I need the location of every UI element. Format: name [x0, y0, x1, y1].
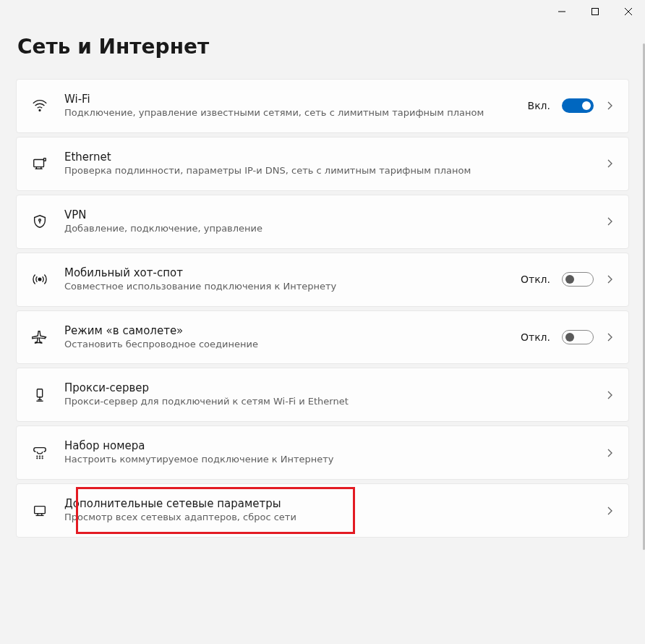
setting-description: Настроить коммутируемое подключение к Ин… — [64, 454, 589, 466]
svg-rect-23 — [35, 506, 46, 513]
setting-description: Просмотр всех сетевых адаптеров, сброс с… — [64, 512, 589, 524]
page-title: Сеть и Интернет — [16, 35, 629, 59]
toggle-knob — [582, 101, 591, 110]
setting-title: Дополнительные сетевые параметры — [64, 497, 589, 510]
setting-controls: Откл. — [521, 272, 614, 287]
setting-airplane[interactable]: Режим «в самолете» Остановить беспроводн… — [16, 310, 629, 365]
svg-point-22 — [42, 458, 43, 459]
svg-rect-5 — [34, 160, 44, 167]
setting-text: Wi-Fi Подключение, управление известными… — [64, 93, 512, 119]
setting-title: Прокси-сервер — [64, 381, 589, 394]
wifi-icon — [31, 97, 48, 114]
chevron-right-icon — [605, 449, 614, 457]
airplane-toggle[interactable] — [562, 330, 594, 344]
setting-controls — [605, 217, 614, 226]
setting-controls — [605, 391, 614, 399]
main-content: Сеть и Интернет Wi-Fi Подключение, управ… — [0, 0, 645, 538]
svg-point-17 — [37, 456, 38, 457]
setting-title: Мобильный хот-спот — [64, 266, 505, 279]
setting-description: Подключение, управление известными сетям… — [64, 107, 512, 119]
setting-advanced[interactable]: Дополнительные сетевые параметры Просмот… — [16, 483, 629, 538]
chevron-right-icon — [605, 333, 614, 342]
setting-hotspot[interactable]: Мобильный хот-спот Совместное использова… — [16, 253, 629, 307]
svg-point-12 — [38, 278, 41, 281]
setting-text: Режим «в самолете» Остановить беспроводн… — [64, 324, 505, 351]
setting-wifi[interactable]: Wi-Fi Подключение, управление известными… — [16, 79, 629, 133]
airplane-icon — [31, 329, 48, 346]
toggle-knob — [565, 333, 574, 342]
window-controls — [545, 0, 645, 23]
chevron-right-icon — [605, 217, 614, 226]
setting-title: Wi-Fi — [64, 93, 512, 106]
svg-point-21 — [40, 458, 40, 459]
setting-description: Прокси-сервер для подключений к сетям Wi… — [64, 396, 589, 408]
svg-point-10 — [39, 219, 41, 221]
hotspot-toggle[interactable] — [562, 272, 594, 287]
setting-text: Набор номера Настроить коммутируемое под… — [64, 439, 589, 466]
setting-text: VPN Добавление, подключение, управление — [64, 208, 589, 235]
setting-description: Остановить беспроводное соединение — [64, 339, 505, 351]
setting-controls — [605, 159, 614, 168]
svg-point-19 — [42, 456, 43, 457]
svg-point-18 — [40, 456, 40, 457]
toggle-label: Вкл. — [528, 100, 550, 111]
setting-description: Проверка подлинности, параметры IP-и DNS… — [64, 165, 589, 177]
setting-controls: Откл. — [521, 330, 614, 344]
ethernet-icon — [31, 155, 48, 172]
setting-text: Мобильный хот-спот Совместное использова… — [64, 266, 505, 293]
chevron-right-icon — [605, 275, 614, 284]
svg-rect-1 — [592, 9, 599, 15]
setting-title: Режим «в самолете» — [64, 324, 505, 337]
svg-point-4 — [39, 110, 40, 111]
minimize-button[interactable] — [545, 0, 578, 23]
settings-list: Wi-Fi Подключение, управление известными… — [16, 79, 629, 538]
setting-ethernet[interactable]: Ethernet Проверка подлинности, параметры… — [16, 137, 629, 191]
setting-title: Набор номера — [64, 439, 589, 452]
vpn-icon — [31, 213, 48, 230]
setting-proxy[interactable]: Прокси-сервер Прокси-сервер для подключе… — [16, 368, 629, 422]
setting-vpn[interactable]: VPN Добавление, подключение, управление — [16, 195, 629, 249]
maximize-button[interactable] — [578, 0, 612, 23]
hotspot-icon — [31, 271, 48, 288]
chevron-right-icon — [605, 101, 614, 110]
setting-dialup[interactable]: Набор номера Настроить коммутируемое под… — [16, 425, 629, 480]
advanced-network-icon — [31, 502, 48, 520]
close-button[interactable] — [612, 0, 645, 23]
setting-description: Совместное использование подключения к И… — [64, 281, 505, 293]
setting-text: Ethernet Проверка подлинности, параметры… — [64, 151, 589, 177]
setting-text: Прокси-сервер Прокси-сервер для подключе… — [64, 381, 589, 408]
svg-rect-6 — [44, 158, 46, 161]
chevron-right-icon — [605, 507, 614, 515]
toggle-knob — [565, 275, 574, 284]
dialup-icon — [31, 444, 48, 462]
setting-title: VPN — [64, 208, 589, 221]
wifi-toggle[interactable] — [562, 98, 594, 113]
svg-point-20 — [37, 458, 38, 459]
setting-text: Дополнительные сетевые параметры Просмот… — [64, 497, 589, 524]
chevron-right-icon — [605, 159, 614, 168]
toggle-label: Откл. — [521, 331, 550, 343]
proxy-icon — [31, 386, 48, 404]
svg-rect-13 — [37, 389, 42, 397]
chevron-right-icon — [605, 391, 614, 399]
setting-controls: Вкл. — [528, 98, 614, 113]
setting-title: Ethernet — [64, 151, 589, 164]
setting-description: Добавление, подключение, управление — [64, 223, 589, 235]
setting-controls — [605, 507, 614, 515]
setting-controls — [605, 449, 614, 457]
toggle-label: Откл. — [521, 274, 550, 285]
